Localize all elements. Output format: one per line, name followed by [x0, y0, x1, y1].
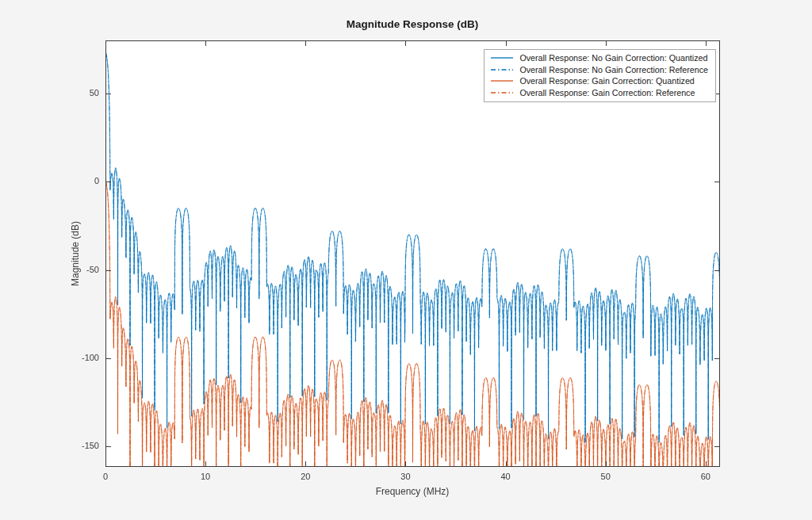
y-tick-label: -150 — [59, 441, 99, 450]
figure-window: Magnitude Response (dB) Frequency (MHz) … — [0, 0, 812, 520]
legend-item-label: Overall Response: Gain Correction: Refer… — [519, 88, 695, 98]
y-axis-label: Magnitude (dB) — [70, 221, 81, 286]
x-tick-label: 40 — [490, 472, 522, 481]
legend-item[interactable]: Overall Response: Gain Correction: Refer… — [490, 87, 708, 99]
legend-item-label: Overall Response: No Gain Correction: Qu… — [519, 53, 707, 63]
x-tick-label: 20 — [289, 472, 321, 481]
x-tick-label: 60 — [690, 472, 722, 481]
x-axis-label: Frequency (MHz) — [376, 486, 450, 497]
y-tick-label: 50 — [59, 88, 99, 98]
legend-item-label: Overall Response: No Gain Correction: Re… — [519, 65, 708, 75]
legend[interactable]: Overall Response: No Gain Correction: Qu… — [484, 49, 716, 102]
x-tick-label: 10 — [190, 472, 221, 481]
y-tick-label: -100 — [59, 353, 99, 362]
legend-line-sample — [490, 66, 514, 74]
x-tick-label: 0 — [90, 472, 121, 481]
legend-item[interactable]: Overall Response: No Gain Correction: Re… — [490, 64, 708, 76]
x-tick-label: 30 — [389, 472, 421, 481]
legend-line-sample — [490, 54, 514, 62]
legend-item[interactable]: Overall Response: Gain Correction: Quant… — [490, 75, 708, 87]
legend-line-sample — [490, 89, 514, 97]
legend-line-sample — [490, 77, 514, 85]
y-tick-label: 0 — [59, 176, 99, 185]
legend-item[interactable]: Overall Response: No Gain Correction: Qu… — [490, 52, 708, 64]
legend-item-label: Overall Response: Gain Correction: Quant… — [519, 76, 694, 86]
x-tick-label: 50 — [590, 472, 622, 481]
chart-title: Magnitude Response (dB) — [347, 18, 479, 30]
y-tick-label: -50 — [59, 265, 99, 274]
